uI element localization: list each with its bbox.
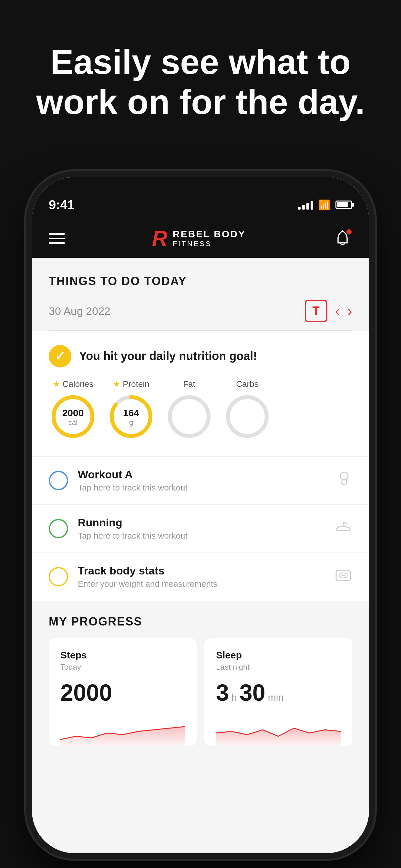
steps-sublabel: Today: [60, 662, 185, 672]
fat-label: Fat: [183, 379, 195, 389]
carbs-ring: [223, 392, 272, 442]
nutrition-stats: ★ Calories 2000 cal: [49, 379, 352, 442]
logo-r-icon: R: [152, 228, 167, 249]
calories-value: 2000: [62, 407, 84, 418]
headline: Easily see what towork on for the day.: [0, 42, 401, 122]
bodystats-name: Track body stats: [78, 564, 325, 577]
app-header: R REBEL BODY FITNESS: [32, 219, 369, 258]
star-icon: ★: [53, 379, 60, 389]
fat-stat: Fat: [165, 379, 213, 442]
status-time: 9:41: [49, 197, 74, 212]
battery-icon: [335, 200, 352, 209]
steps-chart: [60, 714, 185, 746]
workout-info: Workout A Tap here to track this workout: [78, 468, 327, 493]
hamburger-menu-button[interactable]: [49, 233, 65, 244]
steps-value: 2000: [60, 679, 185, 706]
workout-sub: Tap here to track this workout: [78, 483, 327, 493]
running-name: Running: [78, 516, 325, 529]
bodystats-sub: Enter your weight and measurements: [78, 579, 325, 589]
today-button[interactable]: T: [305, 300, 328, 322]
progress-section: MY PROGRESS Steps Today 2000: [32, 600, 369, 746]
logo-sub: FITNESS: [173, 240, 212, 248]
svg-point-6: [228, 397, 267, 436]
protein-unit: g: [123, 418, 139, 427]
calories-stat: ★ Calories 2000 cal: [49, 379, 97, 442]
calories-ring: 2000 cal: [49, 392, 97, 442]
phone-mockup: 9:41 📶 R REBE: [26, 171, 375, 859]
running-info: Running Tap here to track this workout: [78, 516, 325, 541]
running-circle: [49, 519, 68, 538]
app-logo: R REBEL BODY FITNESS: [152, 228, 246, 249]
sleep-label: Sleep: [216, 650, 341, 661]
signal-icon: [298, 200, 313, 210]
notification-dot: [346, 229, 351, 235]
logo-text: REBEL BODY FITNESS: [173, 228, 246, 248]
protein-stat: ★ Protein 164 g: [107, 379, 155, 442]
steps-card: Steps Today 2000: [49, 638, 197, 746]
sleep-card: Sleep Last night 3 h 30 min: [204, 638, 352, 746]
svg-point-5: [170, 397, 209, 436]
calories-label: Calories: [63, 379, 93, 389]
protein-ring: 164 g: [107, 392, 155, 442]
nutrition-check-icon: ✓: [49, 345, 71, 368]
fat-ring: [165, 392, 213, 442]
next-date-button[interactable]: ›: [347, 303, 352, 319]
protein-value: 164: [123, 407, 139, 418]
steps-label: Steps: [60, 650, 185, 661]
progress-cards: Steps Today 2000: [49, 638, 352, 746]
sleep-minutes-unit: min: [268, 692, 283, 703]
running-task[interactable]: Running Tap here to track this workout: [32, 504, 369, 553]
logo-main: REBEL BODY: [173, 228, 246, 240]
status-icons: 📶: [298, 199, 352, 211]
wifi-icon: 📶: [318, 199, 330, 211]
bodystats-circle: [49, 567, 68, 586]
date-label: 30 Aug 2022: [49, 305, 111, 317]
nutrition-card: ✓ You hit your daily nutrition goal! ★ C…: [32, 331, 369, 456]
app-content: THINGS TO DO TODAY 30 Aug 2022 T ‹ › ✓ Y…: [32, 258, 369, 859]
sleep-value: 3 h 30 min: [216, 679, 341, 706]
notch: [149, 177, 252, 200]
sleep-sublabel: Last night: [216, 662, 341, 672]
workout-circle: [49, 471, 68, 490]
nutrition-header: ✓ You hit your daily nutrition goal!: [49, 345, 352, 368]
kettlebell-icon: [336, 471, 352, 490]
calories-unit: cal: [62, 418, 84, 427]
date-row: 30 Aug 2022 T ‹ ›: [32, 294, 369, 330]
carbs-stat: Carbs: [223, 379, 272, 442]
running-sub: Tap here to track this workout: [78, 531, 325, 541]
prev-date-button[interactable]: ‹: [335, 303, 340, 319]
bodystats-task[interactable]: Track body stats Enter your weight and m…: [32, 553, 369, 600]
carbs-label: Carbs: [236, 379, 258, 389]
bodystats-info: Track body stats Enter your weight and m…: [78, 564, 325, 589]
things-today-header: THINGS TO DO TODAY: [32, 258, 369, 294]
workout-task[interactable]: Workout A Tap here to track this workout: [32, 456, 369, 504]
progress-title: MY PROGRESS: [49, 615, 352, 628]
date-controls[interactable]: T ‹ ›: [305, 300, 352, 322]
workout-name: Workout A: [78, 468, 327, 481]
shoe-icon: [335, 521, 352, 537]
phone-top-bar: 9:41 📶: [32, 177, 369, 219]
sleep-hours: 3: [216, 679, 229, 706]
sleep-chart: [216, 714, 341, 746]
things-today-title: THINGS TO DO TODAY: [49, 275, 187, 288]
protein-label: Protein: [123, 379, 149, 389]
sleep-minutes: 30: [240, 679, 266, 706]
sleep-hours-unit: h: [232, 692, 237, 703]
scale-icon: [335, 567, 352, 586]
star-icon: ★: [113, 379, 120, 389]
nutrition-title: You hit your daily nutrition goal!: [79, 349, 257, 363]
bell-button[interactable]: [333, 228, 352, 248]
